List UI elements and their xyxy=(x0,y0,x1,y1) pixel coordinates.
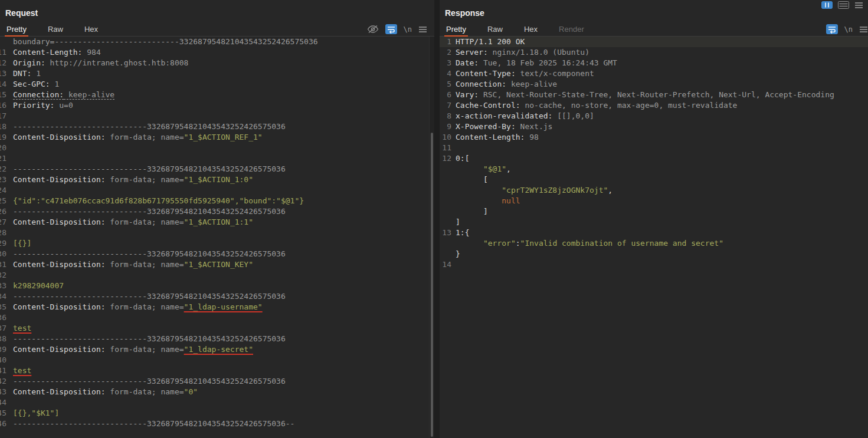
request-tabbar: Pretty Raw Hex \n xyxy=(0,22,434,37)
code-text: -----------------------------33268795482… xyxy=(6,334,286,344)
request-editor[interactable]: boundary=---------------------------3326… xyxy=(0,37,434,438)
response-tab-hex[interactable]: Hex xyxy=(522,22,539,37)
code-line: 8x-action-revalidated: [[],0,0] xyxy=(440,111,868,121)
code-line: 32 xyxy=(0,270,434,281)
code-text xyxy=(451,143,456,153)
code-line: 5Connection: keep-alive xyxy=(440,79,868,90)
line-number: 29 xyxy=(0,238,6,249)
word-wrap-icon[interactable] xyxy=(826,24,838,34)
code-line: 13DNT: 1 xyxy=(0,68,434,79)
line-number: 23 xyxy=(0,174,6,185)
code-line: 23Content-Disposition: form-data; name="… xyxy=(0,174,434,185)
request-tab-hex[interactable]: Hex xyxy=(83,22,100,37)
code-line: 43Content-Disposition: form-data; name="… xyxy=(0,387,434,397)
show-newlines-icon[interactable]: \n xyxy=(844,25,853,34)
line-number: 32 xyxy=(0,270,6,281)
word-wrap-icon[interactable] xyxy=(385,24,397,34)
line-number: 13 xyxy=(0,68,6,79)
code-text xyxy=(6,397,13,408)
line-number: 9 xyxy=(440,121,451,132)
response-tab-pretty[interactable]: Pretty xyxy=(444,22,468,37)
line-number xyxy=(440,249,451,259)
response-editor-tools: \n xyxy=(826,24,868,34)
line-number: 15 xyxy=(0,90,6,100)
line-number: 3 xyxy=(440,58,451,68)
code-text: Vary: RSC, Next-Router-State-Tree, Next-… xyxy=(451,90,834,100)
code-line: 35Content-Disposition: form-data; name="… xyxy=(0,302,434,312)
rows-layout-icon[interactable] xyxy=(838,1,849,9)
code-line: 40 xyxy=(0,355,434,365)
code-line: 131:{ xyxy=(440,228,868,238)
code-text: Connection: keep-alive xyxy=(451,79,557,90)
response-editor[interactable]: 1HTTP/1.1 200 OK2Server: nginx/1.18.0 (U… xyxy=(440,37,868,438)
line-number: 21 xyxy=(0,153,6,164)
line-number xyxy=(0,37,6,47)
response-tab-render[interactable]: Render xyxy=(557,22,586,37)
request-scrollbar[interactable] xyxy=(429,37,434,438)
menu-icon[interactable] xyxy=(854,2,863,9)
line-number: 4 xyxy=(440,68,451,79)
line-number: 46 xyxy=(0,419,6,429)
code-line: 12Origin: http://intranet.ghost.htb:8008 xyxy=(0,58,434,68)
request-editor-tools: \n xyxy=(367,24,427,34)
line-number: 12 xyxy=(440,153,451,164)
line-number: 41 xyxy=(0,365,6,376)
columns-layout-icon[interactable] xyxy=(821,1,833,9)
code-text xyxy=(6,111,13,121)
line-number: 13 xyxy=(440,228,451,238)
line-number: 14 xyxy=(0,79,6,90)
line-number: 19 xyxy=(0,132,6,143)
response-tab-raw[interactable]: Raw xyxy=(486,22,505,37)
tab-label: Pretty xyxy=(446,25,466,34)
code-line: 46-----------------------------332687954… xyxy=(0,419,434,429)
line-number: 10 xyxy=(440,132,451,143)
code-line: 26-----------------------------332687954… xyxy=(0,206,434,217)
code-text: k2982904007 xyxy=(6,281,64,291)
response-tabbar: Pretty Raw Hex Render \n xyxy=(440,22,868,37)
hide-highlights-eye-icon[interactable] xyxy=(367,25,379,34)
code-text: boundary=---------------------------3326… xyxy=(6,37,318,47)
line-number: 36 xyxy=(0,312,6,323)
line-number: 28 xyxy=(0,228,6,238)
code-text: Content-Type: text/x-component xyxy=(451,68,594,79)
code-line: 30-----------------------------332687954… xyxy=(0,249,434,259)
line-number: 8 xyxy=(440,111,451,121)
line-number xyxy=(440,238,451,249)
request-tab-pretty[interactable]: Pretty xyxy=(5,22,28,37)
line-number: 16 xyxy=(0,100,6,111)
code-line: null xyxy=(440,196,868,206)
code-line: "$@1", xyxy=(440,164,868,174)
editor-menu-icon[interactable] xyxy=(418,26,427,33)
code-line: 45[{},"$K1"] xyxy=(0,408,434,419)
line-number: 20 xyxy=(0,143,6,153)
line-number: 25 xyxy=(0,196,6,206)
code-text: Content-Length: 98 xyxy=(451,132,539,143)
request-tab-raw[interactable]: Raw xyxy=(46,22,65,37)
panel-splitter[interactable] xyxy=(434,0,440,438)
code-line: 15Connection: keep-alive xyxy=(0,90,434,100)
code-text: ] xyxy=(451,206,488,217)
code-text: Content-Disposition: form-data; name="1_… xyxy=(6,217,253,228)
request-panel-title: Request xyxy=(0,0,434,22)
code-text: test xyxy=(6,365,31,376)
line-number: 44 xyxy=(0,397,6,408)
line-number: 14 xyxy=(440,259,451,270)
code-line: 14 xyxy=(440,259,868,270)
code-line: 44 xyxy=(0,397,434,408)
code-line: 39Content-Disposition: form-data; name="… xyxy=(0,344,434,355)
code-text: Content-Disposition: form-data; name="1_… xyxy=(6,174,253,185)
code-text: 1:{ xyxy=(451,228,469,238)
response-panel-title: Response xyxy=(440,0,868,22)
line-number: 7 xyxy=(440,100,451,111)
code-text xyxy=(6,312,13,323)
show-newlines-icon[interactable]: \n xyxy=(404,25,412,34)
code-text: -----------------------------33268795482… xyxy=(6,249,286,259)
request-scrollbar-thumb[interactable] xyxy=(431,133,433,437)
code-line: 31Content-Disposition: form-data; name="… xyxy=(0,259,434,270)
code-line: 2Server: nginx/1.18.0 (Ubuntu) xyxy=(440,47,868,58)
editor-menu-icon[interactable] xyxy=(859,26,868,33)
tab-label: Raw xyxy=(48,25,63,34)
code-text: Content-Disposition: form-data; name="1_… xyxy=(6,344,253,355)
code-text xyxy=(451,259,456,270)
code-line: 21 xyxy=(0,153,434,164)
